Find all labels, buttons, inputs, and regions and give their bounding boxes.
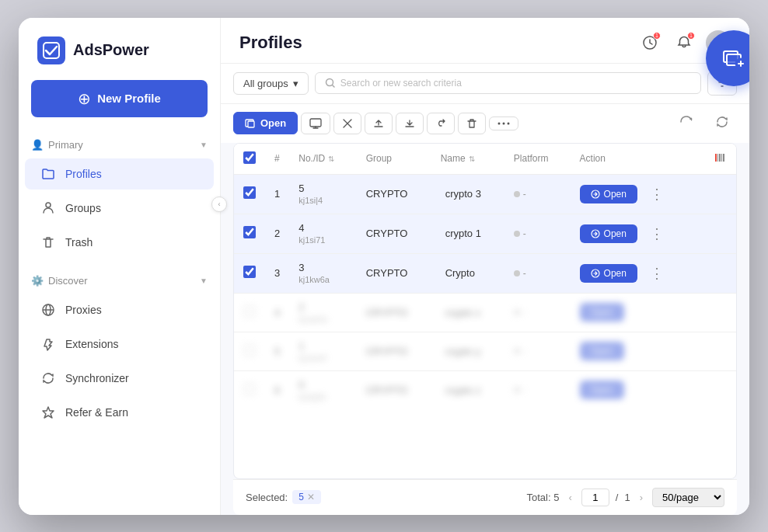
row3-id: 3 kj1kw6a [289,253,356,293]
sidebar-item-proxies[interactable]: Proxies [25,294,214,325]
sync-icon [40,370,56,386]
groups-label: Groups [65,202,101,214]
row2-id: 4 kj1si71 [289,214,356,253]
main-content: Profiles 1 1 [221,18,749,515]
share-icon [435,118,446,129]
clock-button[interactable]: 1 [637,30,662,55]
fab-icon [721,45,747,71]
row2-open-button[interactable]: Open [580,224,637,243]
page-total: 1 [624,492,630,503]
row1-num: 1 [265,174,289,214]
sidebar-item-extensions[interactable]: Extensions [25,329,214,360]
selected-info: Selected: 5 ✕ [246,490,321,504]
star-icon [40,405,56,420]
platform-dot-2 [514,231,520,237]
next-page-button[interactable]: › [637,490,646,505]
refresh-button[interactable] [707,110,737,137]
extensions-label: Extensions [65,338,118,350]
select-all-checkbox[interactable] [243,151,256,164]
row3-platform: - [504,253,571,293]
name-sort-icon: ⇅ [469,155,475,163]
svg-rect-8 [248,121,254,127]
prev-page-button[interactable]: ‹ [565,490,574,505]
group-select-value: All groups [243,78,288,89]
group-select[interactable]: All groups ▾ [233,72,309,95]
import-button[interactable] [396,113,424,134]
header: Profiles 1 1 [221,18,749,64]
svg-rect-13 [715,154,717,162]
row2-checkbox[interactable] [243,226,256,238]
logo-icon [37,37,65,64]
sidebar-collapse-button[interactable]: ‹ [211,196,227,212]
more-actions-button[interactable] [489,116,518,130]
platform-dot-3 [514,270,520,276]
row1-more-button[interactable]: ⋮ [644,183,670,206]
row1-open-button[interactable]: Open [580,185,637,203]
delete-icon [466,118,477,129]
noid-header[interactable]: No./ID ⇅ [298,153,347,164]
row1-name: crypto 3 [431,174,504,214]
primary-label: 👤 Primary [31,139,83,151]
close-button[interactable] [333,113,361,134]
import-icon [404,118,415,129]
sidebar: AdsPower ⊕ New Profile 👤 Primary ▼ Profi… [19,18,221,515]
row2-num: 2 [265,214,289,253]
table-header: # No./ID ⇅ Group [234,144,736,175]
svg-point-11 [503,122,505,124]
barcode-icon [714,152,725,163]
trash-label: Trash [65,236,93,249]
upload-button[interactable] [365,113,393,134]
logo-area: AdsPower [19,37,220,80]
svg-rect-16 [721,154,722,162]
platform-dot [514,191,520,197]
primary-icon: 👤 [31,139,44,151]
table-row-blurred: 5 1kj1de4f CRYPTO crypto y - Open [234,332,736,370]
sidebar-item-synchronizer[interactable]: Synchronizer [25,363,214,394]
delete-button[interactable] [458,113,486,134]
svg-rect-14 [717,154,718,162]
name-header[interactable]: Name ⇅ [441,153,495,164]
row1-action: Open ⋮ [571,174,705,214]
row3-open-button[interactable]: Open [580,264,637,283]
refer-label: Refer & Earn [65,406,128,419]
clear-selection-icon[interactable]: ✕ [307,492,315,502]
tag-button[interactable] [672,110,701,137]
share-button[interactable] [427,113,455,134]
app-name: AdsPower [73,41,149,59]
row2-action: Open ⋮ [571,214,705,253]
search-bar[interactable]: Search or new search criteria [315,72,701,94]
action-right [672,110,737,137]
page-input[interactable] [581,489,609,506]
bell-button[interactable]: 1 [672,30,696,55]
sidebar-item-refer[interactable]: Refer & Earn [25,397,214,428]
row1-checkbox[interactable] [243,186,256,199]
bell-badge: 1 [687,32,695,40]
sidebar-item-trash[interactable]: Trash [25,227,214,258]
row3-name: Crypto [431,253,504,293]
row3-checkbox[interactable] [243,266,256,278]
new-profile-button[interactable]: ⊕ New Profile [31,80,208,117]
row3-more-button[interactable]: ⋮ [644,262,670,285]
open-button[interactable]: Open [233,112,298,134]
pagination: Total: 5 ‹ / 1 › 50/page 100/page 200/pa… [527,488,724,507]
row2-platform: - [504,214,571,253]
row1-platform: - [504,174,571,214]
plus-icon: ⊕ [78,89,91,108]
clock-badge: 1 [653,32,661,40]
selected-badge[interactable]: 5 ✕ [292,490,321,504]
svg-marker-4 [43,407,54,418]
svg-point-1 [46,203,51,207]
search-icon [325,78,336,89]
sidebar-item-groups[interactable]: Groups [25,193,214,224]
new-profile-label: New Profile [97,92,161,105]
per-page-select[interactable]: 50/page 100/page 200/page [652,488,724,507]
svg-rect-15 [719,154,721,162]
sidebar-item-profiles[interactable]: Profiles [25,158,214,190]
display-button[interactable] [301,113,330,134]
proxies-icon [40,302,56,318]
svg-rect-17 [723,154,724,162]
discover-chevron-icon: ▼ [200,276,208,285]
row2-more-button[interactable]: ⋮ [644,222,670,245]
discover-label: ⚙️ Discover [31,275,88,287]
row1-group: CRYPTO [357,174,431,214]
